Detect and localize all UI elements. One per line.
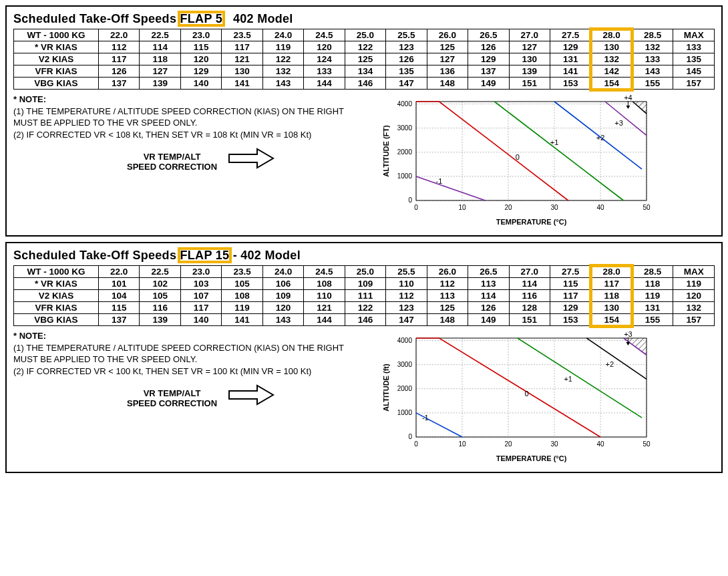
table-cell: 157 — [673, 314, 715, 326]
panel-title: Scheduled Take-Off Speeds FLAP 15 - 402 … — [13, 249, 715, 263]
table-col-header: 28.0 — [591, 29, 632, 41]
table-col-header: 23.5 — [222, 29, 262, 41]
table-cell: 140 — [180, 314, 221, 326]
note-line-1: (1) THE TEMPERATURE / ALTITUDE SPEED COR… — [13, 342, 367, 366]
table-cell: 120 — [673, 290, 715, 302]
svg-text:-1: -1 — [422, 414, 429, 422]
table-cell: 134 — [345, 65, 385, 78]
svg-text:ALTITUDE (ft): ALTITUDE (ft) — [382, 364, 390, 412]
svg-text:10: 10 — [458, 440, 466, 448]
table-cell: 139 — [140, 78, 180, 90]
table-cell: 142 — [591, 65, 632, 78]
table-cell: 133 — [632, 53, 673, 65]
table-cell: 115 — [180, 41, 221, 53]
table-cell: 157 — [673, 78, 715, 90]
table-cell: 132 — [262, 65, 303, 78]
table-cell: 130 — [591, 302, 632, 314]
table-cell: 151 — [509, 314, 550, 326]
table-cell: 123 — [386, 302, 427, 314]
table-cell: 148 — [427, 314, 468, 326]
svg-rect-61 — [416, 338, 647, 437]
svg-text:4000: 4000 — [397, 337, 413, 344]
table-cell: 112 — [99, 41, 140, 53]
table-cell: 117 — [591, 278, 632, 290]
table-cell: 120 — [262, 302, 303, 314]
svg-text:0: 0 — [525, 390, 529, 398]
table-cell: 103 — [180, 278, 221, 290]
table-cell: 151 — [509, 78, 550, 90]
table-cell: 137 — [99, 78, 140, 90]
svg-text:50: 50 — [643, 204, 651, 211]
table-cell: 127 — [509, 41, 550, 53]
svg-marker-33 — [626, 106, 630, 109]
table-cell: 125 — [427, 41, 468, 53]
table-col-header: 26.5 — [468, 29, 509, 41]
svg-text:ALTITUDE (FT): ALTITUDE (FT) — [382, 125, 390, 177]
table-col-header: 22.0 — [99, 266, 140, 278]
chart-box: 0102030405001000200030004000-10+1+2+3TEM… — [379, 330, 653, 464]
table-cell: 108 — [222, 290, 262, 302]
table-cell: 111 — [345, 290, 385, 302]
table-cell: 122 — [345, 302, 385, 314]
table-row-label: VBG KIAS — [14, 78, 99, 90]
table-cell: 113 — [427, 290, 468, 302]
svg-text:20: 20 — [504, 440, 512, 448]
table-cell: 104 — [99, 290, 140, 302]
svg-text:+1: +1 — [550, 138, 559, 146]
table-header-label: WT - 1000 KG — [14, 266, 99, 278]
table-cell: 143 — [262, 78, 303, 90]
speed-table: WT - 1000 KG22.022.523.023.524.024.525.0… — [13, 265, 715, 326]
table-cell: 128 — [509, 302, 550, 314]
table-cell: 130 — [222, 65, 262, 78]
table-cell: 118 — [632, 278, 673, 290]
table-cell: 149 — [468, 314, 509, 326]
table-cell: 127 — [427, 53, 468, 65]
table-cell: 121 — [222, 53, 262, 65]
table-col-header: 26.0 — [427, 266, 468, 278]
table-cell: 101 — [99, 278, 140, 290]
note-line-1: (1) THE TEMPERATURE / ALTITUDE SPEED COR… — [13, 106, 367, 129]
svg-text:30: 30 — [550, 440, 558, 448]
table-cell: 118 — [140, 53, 180, 65]
table-cell: 145 — [673, 65, 715, 78]
table-cell: 117 — [550, 290, 590, 302]
flap-label: FLAP 5 — [180, 12, 222, 25]
table-cell: 122 — [262, 53, 303, 65]
correction-label: VR TEMP/ALT SPEED CORRECTION — [127, 388, 217, 409]
table-cell: 112 — [386, 290, 427, 302]
table-cell: 112 — [427, 278, 468, 290]
table-cell: 102 — [140, 278, 180, 290]
table-col-header: 23.0 — [180, 266, 221, 278]
table-cell: 129 — [550, 302, 590, 314]
table-cell: 117 — [222, 41, 262, 53]
table-cell: 125 — [427, 302, 468, 314]
table-cell: 108 — [304, 278, 345, 290]
svg-text:20: 20 — [504, 204, 512, 211]
table-cell: 132 — [632, 41, 673, 53]
table-col-header: 25.5 — [386, 29, 427, 41]
table-cell: 116 — [509, 290, 550, 302]
table-row-label: VBG KIAS — [14, 314, 99, 326]
table-cell: 131 — [632, 302, 673, 314]
table-cell: 114 — [468, 290, 509, 302]
table-cell: 133 — [304, 65, 345, 78]
table-col-header: 28.5 — [632, 29, 673, 41]
table-cell: 143 — [262, 314, 303, 326]
table-cell: 124 — [304, 53, 345, 65]
table-cell: 144 — [304, 78, 345, 90]
table-col-header: 28.0 — [591, 266, 632, 278]
title-prefix: Scheduled Take-Off Speeds — [13, 249, 180, 262]
table-cell: 129 — [180, 65, 221, 78]
takeoff-speed-panel: Scheduled Take-Off Speeds FLAP 15 - 402 … — [5, 242, 723, 473]
svg-text:4000: 4000 — [397, 100, 413, 108]
note-block: * NOTE: (1) THE TEMPERATURE / ALTITUDE S… — [13, 330, 367, 410]
svg-text:2000: 2000 — [397, 385, 413, 392]
table-cell: 130 — [509, 53, 550, 65]
arrow-icon — [228, 384, 275, 406]
note-block: * NOTE: (1) THE TEMPERATURE / ALTITUDE S… — [13, 94, 367, 173]
table-cell: 141 — [222, 78, 262, 90]
table-cell: 119 — [262, 41, 303, 53]
table-cell: 147 — [386, 78, 427, 90]
table-cell: 132 — [591, 53, 632, 65]
title-suffix: 402 Model — [222, 12, 293, 25]
